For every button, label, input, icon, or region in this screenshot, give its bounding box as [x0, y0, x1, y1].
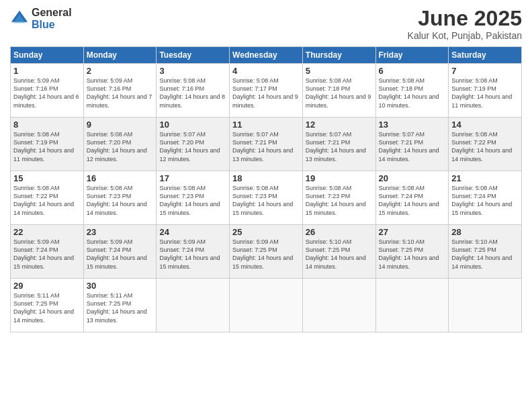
table-row	[375, 279, 449, 332]
table-row	[302, 279, 375, 332]
day-number: 15	[13, 173, 81, 183]
day-info: Sunrise: 5:08 AM Sunset: 7:19 PM Dayligh…	[451, 77, 519, 109]
table-row: 22 Sunrise: 5:09 AM Sunset: 7:24 PM Dayl…	[11, 225, 84, 279]
header: General Blue June 2025 Kalur Kot, Punjab…	[10, 7, 522, 41]
day-info: Sunrise: 5:09 AM Sunset: 7:24 PM Dayligh…	[159, 238, 226, 271]
day-info: Sunrise: 5:10 AM Sunset: 7:25 PM Dayligh…	[451, 238, 519, 271]
table-row: 17 Sunrise: 5:08 AM Sunset: 7:23 PM Dayl…	[157, 171, 230, 225]
table-row: 26 Sunrise: 5:10 AM Sunset: 7:25 PM Dayl…	[302, 225, 375, 279]
day-number: 19	[306, 173, 373, 183]
day-info: Sunrise: 5:08 AM Sunset: 7:23 PM Dayligh…	[87, 184, 154, 217]
day-info: Sunrise: 5:09 AM Sunset: 7:25 PM Dayligh…	[232, 238, 300, 271]
day-number: 24	[159, 227, 226, 237]
logo-general-text: General	[32, 7, 72, 19]
day-info: Sunrise: 5:10 AM Sunset: 7:25 PM Dayligh…	[306, 238, 373, 271]
table-row: 27 Sunrise: 5:10 AM Sunset: 7:25 PM Dayl…	[375, 225, 449, 279]
day-info: Sunrise: 5:08 AM Sunset: 7:22 PM Dayligh…	[13, 184, 81, 217]
logo: General Blue	[10, 7, 72, 30]
day-info: Sunrise: 5:08 AM Sunset: 7:24 PM Dayligh…	[379, 184, 446, 217]
table-row: 1 Sunrise: 5:09 AM Sunset: 7:16 PM Dayli…	[11, 64, 84, 118]
table-row: 23 Sunrise: 5:09 AM Sunset: 7:24 PM Dayl…	[83, 225, 157, 279]
logo-icon	[10, 9, 29, 28]
title-block: June 2025 Kalur Kot, Punjab, Pakistan	[408, 7, 522, 41]
day-number: 21	[451, 173, 519, 183]
day-info: Sunrise: 5:10 AM Sunset: 7:25 PM Dayligh…	[379, 238, 446, 271]
day-number: 16	[87, 173, 154, 183]
day-info: Sunrise: 5:09 AM Sunset: 7:24 PM Dayligh…	[13, 238, 81, 271]
table-row: 13 Sunrise: 5:07 AM Sunset: 7:21 PM Dayl…	[375, 118, 449, 171]
day-info: Sunrise: 5:08 AM Sunset: 7:18 PM Dayligh…	[306, 77, 373, 109]
table-row: 25 Sunrise: 5:09 AM Sunset: 7:25 PM Dayl…	[230, 225, 303, 279]
day-info: Sunrise: 5:09 AM Sunset: 7:24 PM Dayligh…	[87, 238, 154, 271]
col-monday: Monday	[83, 47, 157, 64]
table-row: 3 Sunrise: 5:08 AM Sunset: 7:16 PM Dayli…	[157, 64, 230, 118]
table-row: 15 Sunrise: 5:08 AM Sunset: 7:22 PM Dayl…	[11, 171, 84, 225]
day-number: 3	[159, 66, 226, 76]
location-title: Kalur Kot, Punjab, Pakistan	[408, 30, 522, 41]
table-row: 16 Sunrise: 5:08 AM Sunset: 7:23 PM Dayl…	[83, 171, 157, 225]
table-row: 20 Sunrise: 5:08 AM Sunset: 7:24 PM Dayl…	[375, 171, 449, 225]
day-info: Sunrise: 5:08 AM Sunset: 7:17 PM Dayligh…	[232, 77, 300, 109]
day-info: Sunrise: 5:07 AM Sunset: 7:20 PM Dayligh…	[159, 130, 226, 163]
day-number: 2	[87, 66, 154, 76]
day-number: 9	[87, 120, 154, 130]
table-row: 8 Sunrise: 5:08 AM Sunset: 7:19 PM Dayli…	[11, 118, 84, 171]
day-number: 23	[87, 227, 154, 237]
day-number: 30	[87, 281, 154, 291]
day-number: 12	[306, 120, 373, 130]
day-number: 29	[13, 281, 81, 291]
day-number: 7	[451, 66, 519, 76]
table-row: 28 Sunrise: 5:10 AM Sunset: 7:25 PM Dayl…	[449, 225, 522, 279]
calendar-week-row: 29 Sunrise: 5:11 AM Sunset: 7:25 PM Dayl…	[11, 279, 522, 332]
day-number: 1	[13, 66, 81, 76]
table-row: 11 Sunrise: 5:07 AM Sunset: 7:21 PM Dayl…	[230, 118, 303, 171]
day-number: 17	[159, 173, 226, 183]
calendar-week-row: 8 Sunrise: 5:08 AM Sunset: 7:19 PM Dayli…	[11, 118, 522, 171]
day-number: 8	[13, 120, 81, 130]
day-info: Sunrise: 5:08 AM Sunset: 7:16 PM Dayligh…	[159, 77, 226, 109]
table-row	[157, 279, 230, 332]
col-wednesday: Wednesday	[230, 47, 303, 64]
day-number: 6	[379, 66, 446, 76]
day-number: 18	[232, 173, 300, 183]
day-number: 14	[451, 120, 519, 130]
table-row: 9 Sunrise: 5:08 AM Sunset: 7:20 PM Dayli…	[83, 118, 157, 171]
day-info: Sunrise: 5:08 AM Sunset: 7:24 PM Dayligh…	[451, 184, 519, 217]
day-info: Sunrise: 5:09 AM Sunset: 7:16 PM Dayligh…	[13, 77, 81, 109]
day-number: 10	[159, 120, 226, 130]
day-info: Sunrise: 5:07 AM Sunset: 7:21 PM Dayligh…	[306, 130, 373, 163]
col-friday: Friday	[375, 47, 449, 64]
day-number: 26	[306, 227, 373, 237]
col-saturday: Saturday	[449, 47, 522, 64]
table-row: 7 Sunrise: 5:08 AM Sunset: 7:19 PM Dayli…	[449, 64, 522, 118]
day-number: 13	[379, 120, 446, 130]
day-info: Sunrise: 5:08 AM Sunset: 7:23 PM Dayligh…	[306, 184, 373, 217]
table-row: 19 Sunrise: 5:08 AM Sunset: 7:23 PM Dayl…	[302, 171, 375, 225]
table-row: 6 Sunrise: 5:08 AM Sunset: 7:18 PM Dayli…	[375, 64, 449, 118]
table-row	[230, 279, 303, 332]
calendar-week-row: 15 Sunrise: 5:08 AM Sunset: 7:22 PM Dayl…	[11, 171, 522, 225]
day-info: Sunrise: 5:08 AM Sunset: 7:20 PM Dayligh…	[87, 130, 154, 163]
day-number: 11	[232, 120, 300, 130]
day-number: 27	[379, 227, 446, 237]
table-row: 10 Sunrise: 5:07 AM Sunset: 7:20 PM Dayl…	[157, 118, 230, 171]
day-info: Sunrise: 5:09 AM Sunset: 7:16 PM Dayligh…	[87, 77, 154, 109]
table-row	[449, 279, 522, 332]
table-row: 14 Sunrise: 5:08 AM Sunset: 7:22 PM Dayl…	[449, 118, 522, 171]
month-title: June 2025	[408, 7, 522, 30]
day-info: Sunrise: 5:08 AM Sunset: 7:19 PM Dayligh…	[13, 130, 81, 163]
calendar-week-row: 1 Sunrise: 5:09 AM Sunset: 7:16 PM Dayli…	[11, 64, 522, 118]
table-row: 29 Sunrise: 5:11 AM Sunset: 7:25 PM Dayl…	[11, 279, 84, 332]
table-row: 30 Sunrise: 5:11 AM Sunset: 7:25 PM Dayl…	[83, 279, 157, 332]
table-row: 24 Sunrise: 5:09 AM Sunset: 7:24 PM Dayl…	[157, 225, 230, 279]
logo-blue-text: Blue	[32, 19, 72, 31]
table-row: 18 Sunrise: 5:08 AM Sunset: 7:23 PM Dayl…	[230, 171, 303, 225]
col-sunday: Sunday	[11, 47, 84, 64]
day-info: Sunrise: 5:07 AM Sunset: 7:21 PM Dayligh…	[379, 130, 446, 163]
col-tuesday: Tuesday	[157, 47, 230, 64]
calendar-table: Sunday Monday Tuesday Wednesday Thursday…	[10, 46, 522, 332]
day-info: Sunrise: 5:07 AM Sunset: 7:21 PM Dayligh…	[232, 130, 300, 163]
col-thursday: Thursday	[302, 47, 375, 64]
table-row: 12 Sunrise: 5:07 AM Sunset: 7:21 PM Dayl…	[302, 118, 375, 171]
table-row: 21 Sunrise: 5:08 AM Sunset: 7:24 PM Dayl…	[449, 171, 522, 225]
